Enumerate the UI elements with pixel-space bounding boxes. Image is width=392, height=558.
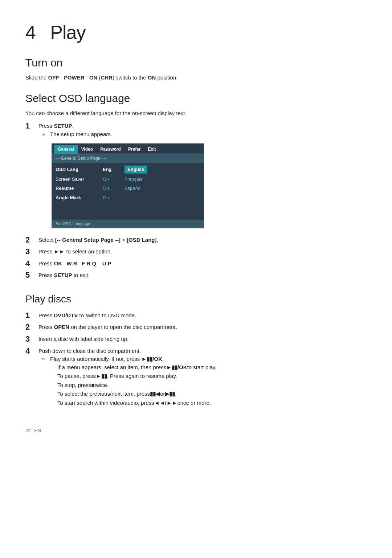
select-osd-description: You can choose a different language for … — [25, 109, 367, 118]
step-num-5: 5 — [25, 270, 38, 281]
sub-arrow-icon-2: » — [42, 355, 50, 363]
dvd-tab-video: Video — [78, 145, 97, 154]
dvd-tab-prefer: Prefer — [124, 145, 144, 154]
page-lang: EN — [34, 427, 41, 434]
osd-steps-list: 1 Press SETUP. » The setup menu appears.… — [25, 121, 367, 281]
osd-step-3: 3 Press ►► to select an option. — [25, 247, 367, 257]
play-step-2-content: Press OPEN on the player to open the dis… — [38, 322, 367, 331]
play-subsub-5: To start search within video/audio, pres… — [57, 399, 367, 407]
dvd-anglemark-label: Angle Mark — [56, 194, 103, 201]
dvd-col1-header: OSD Lang — [56, 166, 103, 173]
dvd-screensaver-lang: Français — [124, 176, 143, 183]
dvd-menu-footer: Set OSD Language — [52, 220, 204, 228]
dvd-screensaver-val: On — [103, 176, 124, 183]
step-num-1: 1 — [25, 121, 38, 131]
play-subsub-3: To stop, press ■ twice. — [57, 381, 367, 390]
play-subsub-list: If a menu appears, select an item, then … — [50, 363, 367, 407]
play-step-4: 4 Push down to close the disc compartmen… — [25, 346, 367, 409]
sub-arrow-icon: » — [42, 130, 50, 138]
play-subsub-4: To select the previous/next item, press … — [57, 390, 367, 398]
step-1-sub-text: The setup menu appears. — [50, 130, 367, 139]
play-step-num-1: 1 — [25, 310, 38, 321]
dvd-resume-lang: Español — [124, 185, 142, 192]
chapter-title: 4 Play — [25, 18, 367, 46]
select-osd-heading: Select OSD language — [25, 90, 367, 106]
dvd-col2-header: Eng — [103, 166, 124, 173]
dvd-menu-row-screensaver: Screen Saver On Français — [52, 175, 204, 184]
dvd-menu-body: OSD Lang Eng English Screen Saver On Fra… — [52, 163, 204, 218]
play-step-num-3: 3 — [25, 334, 38, 345]
turn-on-description: Slide the OFF - POWER - ON (CHR) switch … — [25, 74, 367, 82]
dvd-tab-general: General — [54, 145, 78, 154]
dvd-resume-label: Resume — [56, 185, 103, 192]
play-step-4-content: Push down to close the disc compartment.… — [38, 346, 367, 409]
step-num-4: 4 — [25, 258, 38, 269]
play-step-num-2: 2 — [25, 322, 38, 333]
dvd-menu-row-resume: Resume On Español — [52, 184, 204, 193]
dvd-col3-header: English — [124, 166, 147, 174]
play-discs-steps-list: 1 Press DVD/DTV to switch to DVD mode. 2… — [25, 310, 367, 409]
step-1-sub-1: » The setup menu appears. — [42, 130, 367, 139]
dvd-menu-header: - - General Setup Page - - — [52, 154, 204, 163]
step-4-content: Press OK W R F R Q U P — [38, 258, 367, 268]
dvd-menu-tabs: General Video Password Prefer Exit — [52, 144, 204, 154]
osd-step-5: 5 Press SETUP to exit. — [25, 270, 367, 281]
dvd-resume-val: On — [103, 185, 124, 192]
dvd-menu-row-anglemark: Angle Mark On — [52, 193, 204, 203]
osd-step-4: 4 Press OK W R F R Q U P — [25, 258, 367, 269]
play-step-3-content: Insert a disc with label side facing up. — [38, 334, 367, 343]
dvd-anglemark-val: On — [103, 194, 124, 201]
play-subsub-2: To pause, press ►▮▮. Press again to resu… — [57, 372, 367, 380]
play-step-2: 2 Press OPEN on the player to open the d… — [25, 322, 367, 333]
play-step-3: 3 Insert a disc with label side facing u… — [25, 334, 367, 345]
turn-on-heading: Turn on — [25, 54, 367, 71]
step-3-content: Press ►► to select an option. — [38, 247, 367, 256]
dvd-menu-screenshot: General Video Password Prefer Exit - - G… — [52, 143, 204, 228]
step-num-3: 3 — [25, 247, 38, 257]
play-subsub-1: If a menu appears, select an item, then … — [57, 363, 367, 372]
step-1-content: Press SETUP. » The setup menu appears. G… — [38, 121, 367, 233]
play-sub-1-content: Play starts automatically. If not, press… — [50, 355, 367, 408]
page-footer: 22 EN — [25, 427, 367, 434]
play-step-1-content: Press DVD/DTV to switch to DVD mode. — [38, 310, 367, 320]
chapter-number: 4 — [25, 22, 36, 43]
page-number: 22 — [25, 427, 30, 434]
play-step-1: 1 Press DVD/DTV to switch to DVD mode. — [25, 310, 367, 321]
step-5-content: Press SETUP to exit. — [38, 270, 367, 280]
chapter-title-text: Play — [50, 22, 85, 43]
step-2-content: Select [-- General Setup Page --] > [OSD… — [38, 235, 367, 244]
dvd-tab-exit: Exit — [144, 145, 160, 154]
dvd-screensaver-label: Screen Saver — [56, 176, 103, 183]
osd-step-1: 1 Press SETUP. » The setup menu appears.… — [25, 121, 367, 233]
play-discs-heading: Play discs — [25, 292, 367, 307]
dvd-tab-password: Password — [97, 145, 124, 154]
play-step-4-sublist: » Play starts automatically. If not, pre… — [38, 355, 367, 408]
play-sub-1: » Play starts automatically. If not, pre… — [42, 355, 367, 408]
play-step-num-4: 4 — [25, 346, 38, 357]
dvd-menu-row-header: OSD Lang Eng English — [52, 164, 204, 175]
step-num-2: 2 — [25, 235, 38, 245]
osd-step-2: 2 Select [-- General Setup Page --] > [O… — [25, 235, 367, 245]
step-1-sublist: » The setup menu appears. — [38, 130, 367, 139]
